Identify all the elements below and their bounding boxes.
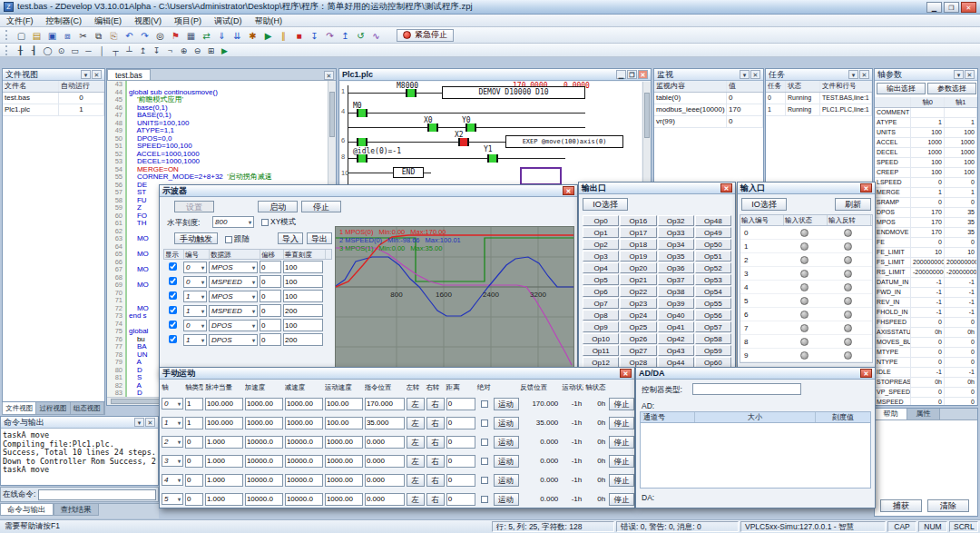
monitor-row[interactable]: vr(99)0	[654, 116, 763, 128]
accel-input[interactable]	[245, 417, 283, 429]
channel-offset-input[interactable]	[260, 319, 281, 331]
step-out-icon[interactable]: ↥	[338, 28, 353, 42]
cut-icon[interactable]: ✂	[75, 28, 91, 42]
output-button[interactable]: Op21	[620, 274, 656, 285]
ladder-set-coil-icon[interactable]: ⊙	[54, 44, 68, 56]
output-button[interactable]: Op7	[583, 298, 619, 309]
units-input[interactable]	[205, 493, 243, 506]
output-button[interactable]: Op3	[583, 251, 619, 262]
axis-type-input[interactable]	[185, 493, 203, 506]
output-button[interactable]: Op41	[658, 321, 694, 332]
channel-offset-input[interactable]	[260, 304, 281, 317]
close-icon[interactable]: ✕	[638, 70, 648, 79]
compile-icon[interactable]: ✱	[245, 28, 260, 42]
speed-input[interactable]	[325, 398, 363, 410]
axis-param-row[interactable]: MSPEED00	[875, 398, 977, 406]
output-button[interactable]: Op38	[658, 286, 694, 297]
axis-param-row[interactable]: FHOLD_IN-1-1	[875, 308, 977, 318]
restore-icon[interactable]: ❐	[627, 70, 637, 79]
ladder-branch-icon[interactable]: ┬	[109, 44, 122, 56]
ladder-vline-icon[interactable]: │	[95, 44, 109, 56]
output-button[interactable]: Op18	[620, 239, 656, 250]
pin-icon[interactable]: ▾	[848, 70, 858, 79]
input-refresh-button[interactable]: 刷新	[835, 198, 871, 211]
copy-icon[interactable]: ⧉	[91, 28, 106, 42]
stop-button[interactable]: 停止	[609, 493, 634, 506]
accel-input[interactable]	[245, 436, 283, 449]
units-input[interactable]	[205, 398, 243, 410]
menu-item[interactable]: 调试(D)	[208, 15, 249, 27]
output-button[interactable]: Op16	[620, 215, 656, 226]
distance-input[interactable]	[446, 436, 475, 449]
jog-left-button[interactable]: 左	[407, 493, 425, 506]
minimize-icon[interactable]: ▁	[616, 70, 626, 79]
output-button[interactable]: Op6	[583, 286, 619, 297]
output-button[interactable]: Op56	[695, 310, 731, 321]
output-button[interactable]: Op36	[658, 262, 694, 273]
output-button[interactable]: Op22	[620, 286, 656, 297]
speed-input[interactable]	[325, 474, 363, 487]
find-icon[interactable]: ◎	[152, 28, 168, 42]
output-button[interactable]: Op34	[658, 239, 694, 250]
end-block[interactable]: END	[393, 167, 424, 178]
new-file-icon[interactable]: ▢	[14, 28, 29, 42]
channel-source-select[interactable]: DPOS▾	[209, 320, 258, 331]
output-button[interactable]: Op50	[695, 239, 731, 250]
channel-scale-input[interactable]	[283, 261, 323, 273]
demov-block[interactable]: DEMOV D10000 D10	[442, 86, 585, 99]
axis-param-row[interactable]: DPOS17035	[875, 208, 977, 218]
stop-button[interactable]: 停止	[609, 417, 634, 429]
jog-left-button[interactable]: 左	[407, 398, 425, 410]
ladder-rising-edge-icon[interactable]: ↥	[136, 44, 150, 56]
exep-block[interactable]: EXEP @move(100)axis(0)	[505, 135, 623, 148]
output-button[interactable]: Op49	[695, 227, 731, 238]
capture-button[interactable]: 捕获	[880, 499, 922, 512]
run-icon[interactable]: ▶	[260, 28, 276, 42]
absolute-checkbox[interactable]	[481, 477, 488, 484]
menu-item[interactable]: 视图(V)	[128, 15, 168, 27]
emergency-stop-button[interactable]: 紧急停止	[397, 29, 454, 42]
axis-param-row[interactable]: FE_LIMIT1010	[875, 248, 977, 258]
channel-show-checkbox[interactable]	[169, 306, 177, 314]
output-button[interactable]: Op32	[658, 215, 694, 226]
units-input[interactable]	[205, 417, 243, 429]
dpos-input[interactable]	[365, 455, 405, 468]
param-select-button[interactable]: 参数选择	[927, 83, 976, 94]
paste-icon[interactable]: ⎘	[106, 28, 122, 42]
output-button[interactable]: Op17	[620, 227, 656, 238]
accel-input[interactable]	[245, 474, 283, 487]
axis-type-input[interactable]	[185, 417, 203, 429]
absolute-checkbox[interactable]	[481, 496, 488, 503]
bookmark-icon[interactable]: ⚑	[168, 28, 183, 42]
axis-param-row[interactable]: IDLE-1-1	[875, 368, 977, 378]
scope-stop-button[interactable]: 停止	[301, 201, 341, 212]
axis-param-row[interactable]: DATUM_IN-1-1	[875, 278, 977, 288]
ladder-join-icon[interactable]: ┴	[122, 44, 136, 56]
axis-param-row[interactable]: ATYPE11	[875, 118, 977, 128]
channel-axis-select[interactable]: 1▾	[183, 334, 207, 346]
output-button[interactable]: Op9	[583, 321, 619, 332]
close-icon[interactable]: ✕	[720, 183, 732, 192]
zoom-in-icon[interactable]: ⊕	[177, 44, 191, 56]
tab-find-results[interactable]: 查找结果	[54, 504, 99, 516]
absolute-checkbox[interactable]	[481, 419, 488, 427]
axis-type-input[interactable]	[185, 474, 203, 487]
ladder-falling-edge-icon[interactable]: ↧	[150, 44, 163, 56]
channel-offset-input[interactable]	[260, 290, 281, 302]
output-button[interactable]: Op24	[620, 310, 656, 321]
minimize-button[interactable]: ▁	[926, 2, 942, 13]
manual-trigger-button[interactable]: 手动触发	[174, 232, 218, 244]
axis-select[interactable]: 4▾	[162, 474, 183, 486]
distance-input[interactable]	[446, 417, 475, 429]
channel-show-checkbox[interactable]	[169, 321, 177, 329]
reset-icon[interactable]: ↺	[353, 28, 368, 42]
axis-param-row[interactable]: ENDMOVE17035	[875, 228, 977, 238]
online-command-input[interactable]	[38, 489, 156, 500]
input-invert-indicator[interactable]	[844, 229, 852, 237]
menu-item[interactable]: 控制器(C)	[40, 15, 89, 27]
channel-show-checkbox[interactable]	[169, 335, 177, 343]
contact-m8000[interactable]	[406, 89, 416, 97]
input-io-select-button[interactable]: IO选择	[741, 198, 787, 211]
import-button[interactable]: 导入	[278, 232, 303, 244]
axis-param-row[interactable]: ACCEL10001000	[875, 138, 977, 148]
